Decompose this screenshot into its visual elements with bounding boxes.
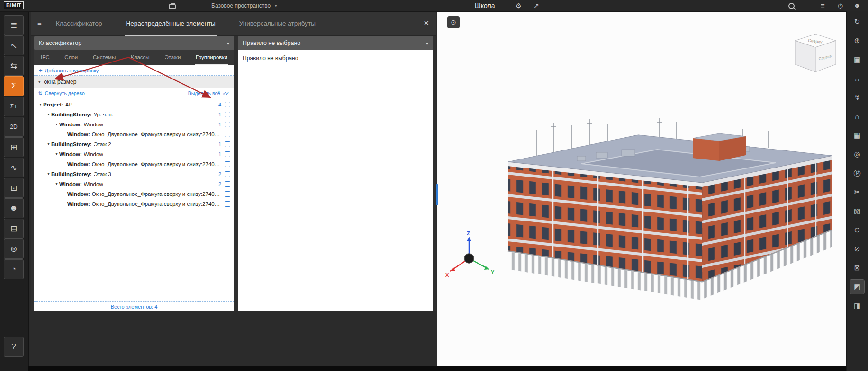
- shared-folder-icon[interactable]: ⊟: [4, 219, 24, 238]
- selection-frame-icon[interactable]: ▧: [850, 203, 865, 219]
- tree-expand-icon[interactable]: ▾: [46, 172, 51, 176]
- tree-row[interactable]: ▾Window:Window2: [34, 179, 234, 189]
- tree-row-checkbox[interactable]: [225, 122, 230, 127]
- tree-row-checkbox[interactable]: [225, 151, 230, 157]
- tree-row-count: 1: [218, 122, 225, 127]
- subtab-classes[interactable]: Классы: [130, 50, 151, 65]
- 2d-view-icon[interactable]: 2D: [4, 117, 24, 137]
- collapse-tree-button[interactable]: ⇅ Свернуть дерево: [38, 90, 85, 96]
- classifier-plus-icon[interactable]: Σ+: [4, 97, 24, 116]
- tree-row-checkbox[interactable]: [225, 132, 230, 137]
- show-icon[interactable]: ⊙: [850, 222, 865, 238]
- settings-gear-icon[interactable]: ⚙: [515, 0, 522, 11]
- rule-content: Правило не выбрано: [238, 50, 433, 311]
- tree-expand-icon[interactable]: ▾: [46, 112, 51, 116]
- pan-icon[interactable]: ⊕: [850, 33, 865, 48]
- tree-expand-icon[interactable]: ▾: [46, 142, 51, 146]
- isolate-icon[interactable]: ⊠: [850, 260, 865, 275]
- links-icon[interactable]: ⇆: [4, 56, 24, 76]
- tree-row-checkbox[interactable]: [225, 161, 230, 167]
- subtab-groupings[interactable]: Группировки: [195, 50, 228, 65]
- user-location-icon[interactable]: ⊚: [4, 239, 24, 259]
- tree-row-value: Окно_Двупольное_Фрамуга сверху и снизу:2…: [92, 132, 221, 137]
- hide-icon[interactable]: ⊘: [850, 241, 865, 256]
- properties-icon[interactable]: Ⓟ: [850, 166, 865, 181]
- tree-row[interactable]: ▾Window:Window1: [34, 119, 234, 129]
- tree-row[interactable]: Window:Окно_Двупольное_Фрамуга сверху и …: [34, 159, 234, 169]
- tab-classifier[interactable]: Классификатор: [55, 11, 103, 36]
- tree-row-checkbox[interactable]: [225, 201, 230, 207]
- ghost-icon[interactable]: ◨: [850, 298, 865, 313]
- tree-row-type: Window:: [67, 201, 90, 207]
- add-grouping-button[interactable]: + Добавить группировку: [34, 65, 234, 76]
- tree-expand-icon[interactable]: ▾: [54, 152, 59, 156]
- select-all-button[interactable]: Выделить всё ✓✓: [188, 90, 230, 97]
- hierarchy-icon[interactable]: ⊞: [4, 137, 24, 157]
- tree-row-checkbox[interactable]: [225, 191, 230, 197]
- menu-icon[interactable]: ≡: [821, 0, 825, 11]
- section-icon[interactable]: ✂: [850, 185, 865, 200]
- profile-icon[interactable]: ☻: [854, 0, 860, 11]
- help-icon[interactable]: ?: [4, 337, 24, 357]
- orbit-icon[interactable]: ↻: [850, 14, 865, 29]
- viewport-3d[interactable]: ⊙: [437, 11, 846, 366]
- measure-icon[interactable]: ↔: [850, 71, 865, 86]
- tree-row[interactable]: Window:Окно_Двупольное_Фрамуга сверху и …: [34, 189, 234, 199]
- select-elements-icon[interactable]: ↖: [4, 35, 24, 55]
- workspace-selector[interactable]: Базовое пространство ▾: [211, 0, 277, 11]
- classifier-icon[interactable]: Σ: [4, 76, 24, 96]
- tree-row-checkbox[interactable]: [225, 112, 230, 117]
- history-icon[interactable]: ◷: [838, 0, 843, 11]
- model-structure-icon[interactable]: ≣: [4, 15, 24, 35]
- tree-expand-icon[interactable]: ▾: [54, 182, 59, 186]
- chevron-down-icon: ▾: [38, 80, 41, 84]
- tree-row[interactable]: Window:Окно_Двупольное_Фрамуга сверху и …: [34, 199, 234, 209]
- tree-row[interactable]: ▾Project:AP4: [34, 99, 234, 109]
- tree-expand-icon[interactable]: ▾: [38, 102, 43, 106]
- tab-unallocated-elements[interactable]: Нераспределённые элементы: [125, 11, 216, 36]
- tree-row-type: Window:: [67, 161, 90, 167]
- panel-menu-icon[interactable]: ≡: [37, 19, 42, 27]
- tree-row[interactable]: ▾BuildingStorey:Этаж 32: [34, 169, 234, 179]
- viewport-capture-icon[interactable]: ⊙: [447, 16, 460, 28]
- tree-row-checkbox[interactable]: [225, 171, 230, 177]
- users-icon[interactable]: ☻: [4, 198, 24, 218]
- panel-tabs-bar: ≡ КлассификаторНераспределённые элементы…: [31, 11, 436, 36]
- tree-row[interactable]: ▾BuildingStorey:Этаж 21: [34, 139, 234, 149]
- tab-universal-attributes[interactable]: Универсальные атрибуты: [238, 11, 316, 36]
- tree-row[interactable]: Window:Окно_Двупольное_Фрамуга сверху и …: [34, 129, 234, 139]
- tree-row-count: 1: [218, 151, 225, 157]
- tree-row-count: 1: [218, 112, 225, 117]
- snap-icon[interactable]: ∩: [850, 109, 865, 124]
- search-icon[interactable]: [788, 3, 795, 9]
- tree-expand-icon[interactable]: ▾: [54, 122, 59, 126]
- tree-row[interactable]: ▾Window:Window1: [34, 149, 234, 159]
- close-icon[interactable]: ✕: [423, 19, 429, 27]
- tree-row[interactable]: ▾BuildingStorey:Ур. ч. п.1: [34, 109, 234, 119]
- views-icon[interactable]: ▣: [850, 52, 865, 67]
- panel-scrollbar[interactable]: [436, 184, 438, 205]
- tree-row-checkbox[interactable]: [225, 181, 230, 187]
- clash-icon[interactable]: ↯: [850, 90, 865, 105]
- grid-icon[interactable]: ▦: [850, 128, 865, 143]
- charts-icon[interactable]: ∿: [4, 158, 24, 177]
- share-icon[interactable]: ↗: [533, 0, 539, 11]
- classifier-dropdown[interactable]: Классификатор ▾: [34, 36, 234, 50]
- clip-icon[interactable]: ◩: [850, 279, 865, 294]
- tree-controls: ⇅ Свернуть дерево Выделить всё ✓✓: [34, 88, 234, 98]
- tree-row-value: Window: [84, 122, 103, 127]
- axis-gizmo[interactable]: X Y Z: [441, 230, 497, 287]
- subtab-systems[interactable]: Системы: [92, 50, 117, 65]
- grouping-item[interactable]: ▾ окна размер: [34, 76, 234, 88]
- tree-row-checkbox[interactable]: [225, 141, 230, 147]
- subtab-storeys[interactable]: Этажи: [163, 50, 181, 65]
- tree-row-checkbox[interactable]: [225, 102, 230, 107]
- focus-icon[interactable]: ◎: [850, 147, 865, 162]
- navigation-cube[interactable]: Сверху Справа: [789, 28, 841, 76]
- dashboard-icon[interactable]: ◔: [4, 259, 24, 279]
- subtab-layers[interactable]: Слои: [63, 50, 79, 65]
- rule-dropdown[interactable]: Правило не выбрано ▾: [238, 36, 433, 50]
- plugins-icon[interactable]: ⊡: [4, 178, 24, 198]
- subtab-ifc[interactable]: IFC: [40, 50, 51, 65]
- workspace-icon: [169, 4, 176, 9]
